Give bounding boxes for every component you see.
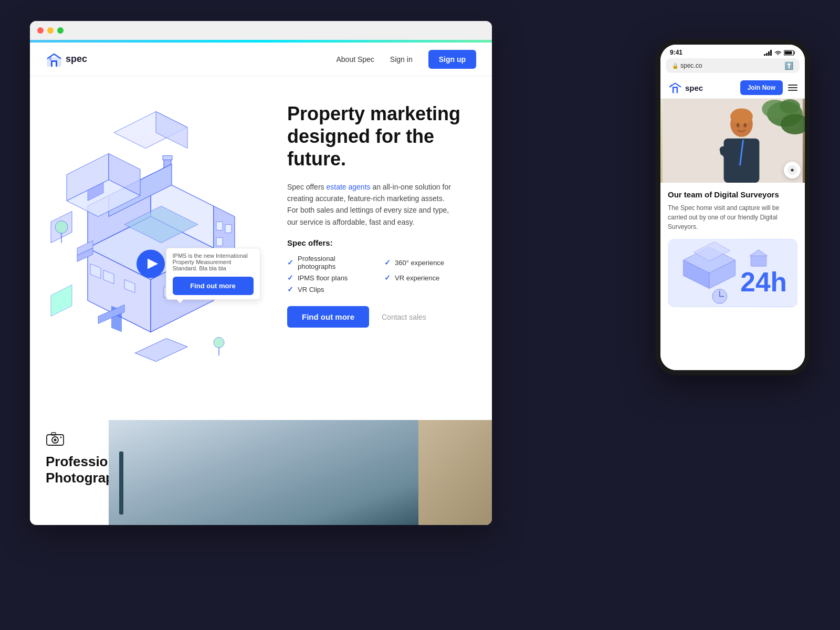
svg-rect-16 — [216, 238, 223, 246]
mobile-url-bar[interactable]: 🔒 spec.co ⬆️ — [666, 58, 800, 73]
maximize-dot[interactable] — [57, 27, 64, 34]
ipms-tooltip: IPMS is the new International Property M… — [166, 248, 260, 300]
signup-button[interactable]: Sign up — [428, 50, 476, 69]
svg-point-70 — [737, 123, 740, 128]
mobile-time: 9:41 — [670, 49, 682, 56]
desktop-nav: spec About Spec Sign in Sign up — [30, 43, 492, 76]
svg-marker-33 — [156, 112, 187, 149]
svg-point-49 — [60, 437, 62, 438]
surveyor-description: The Spec home visit and capture will be … — [668, 203, 797, 232]
svg-point-74 — [791, 169, 794, 172]
cta-row: Find out more Contact sales — [287, 306, 471, 328]
battery-icon — [784, 50, 795, 56]
svg-rect-4 — [49, 58, 51, 59]
ham-line-3 — [788, 90, 797, 91]
offer-360: ✓ 360° experience — [384, 255, 471, 270]
share-icon[interactable]: ⬆️ — [784, 61, 793, 70]
svg-point-64 — [780, 99, 800, 113]
svg-rect-10 — [163, 156, 172, 160]
svg-point-66 — [730, 108, 753, 124]
hero-section: IPMS is the new International Property M… — [30, 76, 492, 420]
ham-line-1 — [788, 85, 797, 86]
hero-content: Property marketing designed for the futu… — [277, 76, 492, 420]
surveyor-title: Our team of Digital Surveyors — [668, 190, 797, 199]
svg-text:24h: 24h — [740, 267, 786, 297]
hero-illustration: IPMS is the new International Property M… — [30, 76, 277, 420]
check-icon: ✓ — [384, 258, 391, 267]
svg-rect-59 — [670, 86, 672, 87]
svg-rect-55 — [785, 51, 792, 54]
status-icons — [764, 50, 795, 56]
mobile-browser-window: 9:41 — [655, 39, 810, 375]
svg-marker-41 — [135, 339, 187, 362]
estate-agents-link[interactable]: estate agents — [326, 183, 370, 191]
svg-rect-2 — [52, 62, 56, 67]
join-now-button[interactable]: Join Now — [740, 80, 783, 95]
mobile-home-icon — [668, 81, 682, 94]
mobile-status-bar: 9:41 — [660, 45, 805, 58]
window-titlebar — [30, 21, 492, 40]
minimize-dot[interactable] — [47, 27, 54, 34]
contact-sales-link[interactable]: Contact sales — [382, 313, 426, 321]
hamburger-menu[interactable] — [788, 85, 797, 91]
close-dot[interactable] — [37, 27, 44, 34]
svg-rect-53 — [770, 50, 772, 56]
svg-point-36 — [214, 338, 224, 348]
surveyor-badge — [784, 162, 801, 178]
offer-vrclips: ✓ VR Clips — [287, 285, 374, 293]
svg-rect-57 — [674, 88, 676, 93]
photography-section: Professional Photography — [30, 420, 109, 525]
svg-marker-42 — [51, 285, 72, 317]
check-icon: ✓ — [287, 258, 293, 267]
svg-rect-58 — [670, 85, 672, 86]
ham-line-2 — [788, 87, 797, 88]
photo-staircase — [109, 420, 418, 525]
24h-illustration: 24h — [668, 239, 797, 307]
bottom-section: Professional Photography — [30, 420, 492, 525]
mobile-illustration: 24h — [668, 239, 797, 307]
offer-vr: ✓ VR experience — [384, 274, 471, 282]
photography-title: Professional Photography — [46, 454, 93, 486]
photo-gallery — [109, 420, 492, 525]
svg-rect-81 — [751, 255, 766, 266]
svg-rect-50 — [764, 54, 765, 56]
desktop-browser-window: spec About Spec Sign in Sign up — [30, 21, 492, 525]
nav-links: About Spec Sign in Sign up — [336, 50, 476, 69]
mobile-surveyor-section: Our team of Digital Surveyors The Spec h… — [660, 183, 805, 314]
svg-rect-3 — [49, 56, 51, 57]
svg-point-34 — [55, 221, 68, 234]
find-out-more-button[interactable]: Find out more — [287, 306, 369, 328]
mobile-hero-image — [660, 99, 805, 183]
check-icon: ✓ — [384, 274, 391, 282]
mobile-content-area: 9:41 — [660, 45, 805, 370]
home-icon — [46, 52, 62, 67]
desktop-logo[interactable]: spec — [46, 52, 87, 67]
offers-grid: ✓ Professional photographs ✓ 360° experi… — [287, 255, 471, 293]
surveyor-photo — [660, 99, 805, 183]
signal-icon — [764, 50, 772, 56]
offer-ipms: ✓ IPMS floor plans — [287, 274, 374, 282]
tooltip-find-out-more-button[interactable]: Find out more — [173, 277, 254, 295]
lock-icon: 🔒 — [672, 63, 678, 69]
nav-about[interactable]: About Spec — [336, 55, 374, 64]
offers-label: Spec offers: — [287, 238, 471, 247]
photo-house — [418, 420, 492, 525]
svg-rect-15 — [216, 222, 223, 230]
svg-rect-52 — [768, 51, 770, 56]
svg-point-47 — [54, 439, 57, 442]
svg-rect-5 — [49, 59, 51, 60]
nav-signin[interactable]: Sign in — [390, 55, 413, 64]
svg-rect-51 — [766, 53, 768, 56]
hero-description: Spec offers estate agents an all-in-one … — [287, 181, 455, 228]
check-icon: ✓ — [287, 285, 293, 293]
mobile-logo[interactable]: spec — [668, 81, 703, 94]
svg-rect-17 — [225, 225, 232, 233]
mobile-nav: spec Join Now — [660, 77, 805, 99]
svg-point-71 — [743, 123, 747, 128]
wifi-icon — [774, 50, 782, 56]
hero-title: Property marketing designed for the futu… — [287, 102, 471, 171]
mobile-url: spec.co — [680, 62, 702, 69]
camera-icon — [46, 430, 93, 448]
check-icon: ✓ — [287, 274, 293, 282]
svg-rect-48 — [51, 433, 56, 435]
